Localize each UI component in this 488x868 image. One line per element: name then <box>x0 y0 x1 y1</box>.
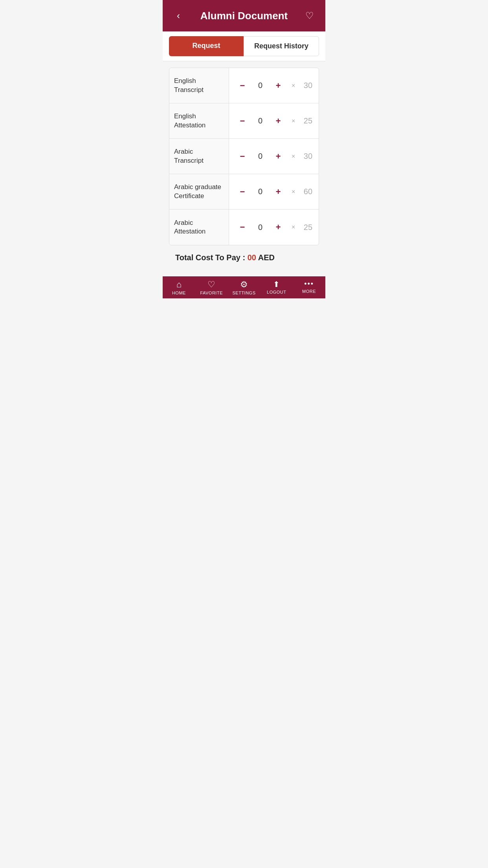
content-area: English Transcript − 0 + × 30 English At… <box>163 61 325 276</box>
doc-name-arabic-graduate-certificate: Arabic graduate Certificate <box>169 174 229 209</box>
more-icon: ••• <box>304 280 314 287</box>
multiply-sign-1: × <box>292 82 295 89</box>
table-row: Arabic graduate Certificate − 0 + × 60 <box>169 174 319 210</box>
qty-english-attestation: 0 <box>256 116 265 125</box>
table-row: Arabic Attestation − 0 + × 25 <box>169 210 319 245</box>
price-arabic-graduate-certificate: 60 <box>301 187 312 196</box>
header: ‹ Alumni Document ♡ <box>163 0 325 31</box>
plus-button-arabic-graduate-certificate[interactable]: + <box>271 185 285 199</box>
nav-logout[interactable]: ⬆ LOGOUT <box>260 280 293 295</box>
doc-name-arabic-attestation: Arabic Attestation <box>169 210 229 245</box>
doc-controls-arabic-attestation: − 0 + × 25 <box>229 215 319 239</box>
page-title: Alumni Document <box>186 10 302 22</box>
doc-name-english-transcript: English Transcript <box>169 68 229 103</box>
table-row: English Attestation − 0 + × 25 <box>169 103 319 139</box>
minus-button-arabic-transcript[interactable]: − <box>235 149 250 164</box>
table-row: Arabic Transcript − 0 + × 30 <box>169 139 319 174</box>
qty-arabic-attestation: 0 <box>256 223 265 232</box>
settings-icon: ⚙ <box>240 280 248 289</box>
total-amount: 00 <box>248 253 256 262</box>
nav-logout-label: LOGOUT <box>267 290 286 294</box>
minus-button-english-attestation[interactable]: − <box>235 114 250 128</box>
logout-icon: ⬆ <box>273 280 280 288</box>
table-row: English Transcript − 0 + × 30 <box>169 68 319 103</box>
total-label: Total Cost To Pay : <box>175 253 248 262</box>
plus-button-arabic-attestation[interactable]: + <box>271 220 285 234</box>
nav-more[interactable]: ••• MORE <box>293 280 325 295</box>
doc-controls-english-transcript: − 0 + × 30 <box>229 74 319 97</box>
price-arabic-transcript: 30 <box>301 152 312 161</box>
price-arabic-attestation: 25 <box>301 223 312 232</box>
multiply-sign-5: × <box>292 224 295 231</box>
plus-button-english-transcript[interactable]: + <box>271 79 285 93</box>
qty-arabic-graduate-certificate: 0 <box>256 187 265 196</box>
qty-english-transcript: 0 <box>256 81 265 90</box>
doc-controls-arabic-transcript: − 0 + × 30 <box>229 145 319 168</box>
minus-button-arabic-attestation[interactable]: − <box>235 220 250 234</box>
back-button[interactable]: ‹ <box>171 10 186 21</box>
minus-button-arabic-graduate-certificate[interactable]: − <box>235 185 250 199</box>
favorite-nav-icon: ♡ <box>207 280 215 289</box>
nav-more-label: MORE <box>302 289 316 294</box>
price-english-attestation: 25 <box>301 116 312 125</box>
qty-arabic-transcript: 0 <box>256 152 265 161</box>
document-table: English Transcript − 0 + × 30 English At… <box>169 68 319 245</box>
bottom-nav: ⌂ HOME ♡ FAVORITE ⚙ SETTINGS ⬆ LOGOUT ••… <box>163 276 325 298</box>
tab-request[interactable]: Request <box>169 36 244 56</box>
total-currency: AED <box>258 253 275 262</box>
doc-controls-arabic-graduate-certificate: − 0 + × 60 <box>229 180 319 204</box>
multiply-sign-2: × <box>292 118 295 125</box>
minus-button-english-transcript[interactable]: − <box>235 79 250 93</box>
multiply-sign-4: × <box>292 188 295 195</box>
tab-bar: Request Request History <box>163 31 325 61</box>
doc-controls-english-attestation: − 0 + × 25 <box>229 109 319 133</box>
total-cost-section: Total Cost To Pay : 00 AED <box>169 245 319 270</box>
plus-button-english-attestation[interactable]: + <box>271 114 285 128</box>
nav-home-label: HOME <box>172 291 186 295</box>
tab-history[interactable]: Request History <box>244 36 319 56</box>
doc-name-arabic-transcript: Arabic Transcript <box>169 139 229 174</box>
nav-settings[interactable]: ⚙ SETTINGS <box>228 280 261 295</box>
nav-favorite[interactable]: ♡ FAVORITE <box>195 280 228 295</box>
doc-name-english-attestation: English Attestation <box>169 103 229 138</box>
plus-button-arabic-transcript[interactable]: + <box>271 149 285 164</box>
price-english-transcript: 30 <box>301 81 312 90</box>
home-icon: ⌂ <box>176 280 182 289</box>
nav-settings-label: SETTINGS <box>232 291 255 295</box>
favorite-icon[interactable]: ♡ <box>302 10 317 21</box>
multiply-sign-3: × <box>292 153 295 160</box>
nav-favorite-label: FAVORITE <box>200 291 223 295</box>
nav-home[interactable]: ⌂ HOME <box>163 280 195 295</box>
